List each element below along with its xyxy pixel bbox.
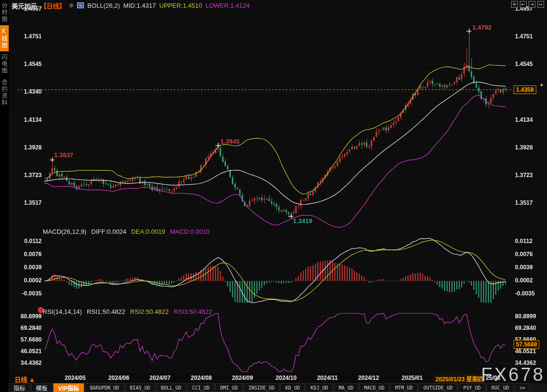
fx678-watermark: FX678 — [481, 364, 545, 385]
x-axis-row: 日线 ▲ 2025/01/23 星期四 2024/052024/062024/0… — [9, 373, 547, 383]
toolbar-tab-bias_ud[interactable]: BIAS_UD — [125, 383, 155, 392]
price-axis-tick-left: 1.4340 — [17, 88, 42, 95]
toolbar-tab-[interactable]: >> — [515, 383, 530, 392]
macd-name: MACD(26,12,9) — [43, 228, 86, 235]
boll-mid-value: MID:1.4317 — [123, 2, 156, 9]
rsi-axis-tick-left: 34.4362 — [17, 359, 42, 366]
trading-app-window: 分时图K线图闪电图合约资料 美元加元 【日线】 ⊕ ∿ BOLL(26,2) M… — [0, 0, 547, 392]
x-axis-label: 2024/06 — [108, 375, 129, 381]
macd-label-row: MACD(26,12,9) DIFF:0.0024 DEA:0.0019 MAC… — [43, 228, 209, 235]
price-axis-tick-left: 1.3517 — [17, 199, 42, 206]
rsi-axis-tick-right: 46.0521 — [515, 348, 536, 355]
rsi3-value: RSI3:50.4822 — [174, 308, 212, 315]
macd-axis-tick-right: 0.0112 — [515, 238, 532, 245]
toolbar-tab-kd_ud[interactable]: KD_UD — [280, 383, 305, 392]
macd-axis-tick-left: 0.0076 — [17, 251, 42, 258]
symbol-name: 美元加元 — [12, 1, 37, 10]
rsi1-value: RSI1:50.4822 — [87, 308, 126, 315]
price-axis-tick-right: 1.4134 — [515, 116, 533, 123]
current-rsi-box: 57.5688 — [514, 340, 539, 349]
period-label[interactable]: 【日线】 — [40, 1, 65, 10]
compress-left-icon[interactable]: ⇤ — [520, 1, 527, 8]
macd-axis-tick-left: 0.0002 — [17, 277, 42, 284]
rsi-axis-tick-left: 46.0521 — [17, 348, 42, 355]
price-axis-tick-left: 1.4751 — [17, 33, 42, 40]
rsi-axis-tick-left: 69.2840 — [17, 325, 42, 331]
compress-right-icon[interactable]: ⇥ — [529, 1, 535, 8]
macd-axis-tick-right: 0.0002 — [515, 277, 533, 284]
toolbar-tab-outside_ud[interactable]: OUTSIDE_UD — [418, 383, 457, 392]
pan-crosshair-icon[interactable]: ✛ — [511, 1, 518, 8]
rsi2-value: RSI2:50.4822 — [130, 308, 169, 315]
toolbar-tab-ma_ud[interactable]: MA_UD — [334, 383, 358, 392]
last-date-box: 2025/01/23 星期四 — [433, 374, 486, 384]
rsi-axis-tick-right: 80.8999 — [515, 313, 536, 320]
macd-axis-tick-left: -0.0035 — [17, 290, 42, 297]
shift-forward-icon[interactable]: ↦ — [537, 1, 544, 8]
price-axis-tick-right: 1.3517 — [515, 199, 533, 206]
chart-header: 美元加元 【日线】 ⊕ ∿ BOLL(26,2) MID:1.4317 UPPE… — [12, 1, 250, 10]
macd-macd-value: MACD:0.0010 — [170, 228, 210, 235]
rsi-label-row: RSI(14,14,14) RSI1:50.4822 RSI2:50.4822 … — [43, 308, 212, 315]
macd-dea-value: DEA:0.0019 — [131, 228, 165, 235]
macd-axis-tick-left: 0.0039 — [17, 264, 42, 271]
toolbar-tab-[interactable]: 指标 — [9, 383, 30, 392]
macd-axis-tick-right: -0.0035 — [515, 290, 535, 297]
chart-type-sidebar: 分时图K线图闪电图合约资料 — [0, 0, 9, 392]
price-axis-tick-right: 1.3723 — [515, 172, 533, 179]
price-annotation: 1.3945 — [220, 138, 240, 145]
rsi-axis-tick-left: 57.6680 — [17, 336, 42, 343]
price-axis-tick-right: 1.4751 — [515, 33, 533, 40]
macd-axis-tick-right: 0.0076 — [515, 251, 533, 258]
sidebar-item-tab2[interactable]: 闪电图 — [0, 51, 9, 77]
macd-diff-value: DIFF:0.0024 — [91, 228, 126, 235]
rsi-name: RSI(14,14,14) — [43, 308, 82, 315]
toolbar-tab-cci_ud[interactable]: CCI_UD — [187, 383, 214, 392]
price-axis-tick-left: 1.3723 — [17, 172, 42, 179]
rsi-axis-tick-left: 80.8999 — [17, 313, 42, 320]
price-annotation: 1.4792 — [472, 24, 492, 31]
price-up-arrow-icon: ▲ — [539, 82, 544, 87]
x-axis-label: 2024/12 — [358, 375, 379, 381]
toolbar-tab-roc_ud[interactable]: ROC_UD — [486, 383, 514, 392]
toolbar-tab-boll_ud[interactable]: BOLL_UD — [156, 383, 186, 392]
price-annotation: 1.3837 — [54, 151, 74, 159]
current-price-box: 1.4358 — [514, 85, 536, 94]
boll-label: BOLL(26,2) — [87, 2, 120, 9]
main-chart-canvas[interactable] — [0, 0, 547, 392]
rsi-axis-tick-right: 69.2840 — [515, 325, 536, 331]
price-axis-tick-left: 1.4134 — [17, 116, 42, 123]
x-axis-label: 2025/01 — [402, 375, 422, 381]
price-axis-tick-left: 1.4545 — [17, 61, 42, 67]
toolbar-tab-mtm_ud[interactable]: MTM_UD — [390, 383, 418, 392]
toolbar-tab-kdj_ud[interactable]: KDJ_UD — [306, 383, 333, 392]
toolbar-tab-barupdn_ud[interactable]: BARUPDN_UD — [85, 383, 124, 392]
price-annotation: 1.3419 — [293, 217, 312, 225]
boll-upper-value: UPPER:1.4510 — [160, 2, 202, 9]
toolbar-tab-vip[interactable]: VIP指标 — [53, 383, 84, 392]
price-axis-tick-right: 1.3928 — [515, 144, 533, 151]
toolbar-tab-macd_ud[interactable]: MACD_UD — [359, 383, 389, 392]
sidebar-item-tab0[interactable]: 分时图 — [0, 0, 9, 25]
x-axis-label: 2024/05 — [64, 375, 85, 381]
price-axis-tick-left: 1.3928 — [17, 144, 42, 151]
indicator-chart-icon[interactable]: ∿ — [77, 2, 84, 8]
x-axis-label: 2024/08 — [191, 375, 211, 381]
macd-axis-tick-right: 0.0039 — [515, 264, 533, 271]
indicator-toolbar: 指标模板VIP指标BARUPDN_UDBIAS_UDBOLL_UDCCI_UDD… — [9, 383, 547, 392]
boll-lower-value: LOWER:1.4124 — [206, 2, 250, 9]
toolbar-tab-inside_ud[interactable]: INSIDE_UD — [243, 383, 279, 392]
price-axis-tick-right: 1.4545 — [515, 61, 533, 67]
toolbar-tab-[interactable]: 模板 — [31, 383, 52, 392]
circle-plus-icon[interactable]: ⊕ — [69, 2, 74, 9]
timeframe-selector[interactable]: 日线 ▲ — [15, 375, 35, 384]
sidebar-item-tab3[interactable]: 合约资料 — [0, 77, 9, 109]
toolbar-tab-dmi_ud[interactable]: DMI_UD — [215, 383, 242, 392]
x-axis-label: 2024/11 — [317, 375, 338, 381]
x-axis-label: 2024/07 — [149, 375, 170, 381]
macd-axis-tick-left: 0.0112 — [17, 238, 42, 245]
x-axis-label: 2024/10 — [275, 375, 296, 381]
toolbar-tab-psy_ud[interactable]: PSY_UD — [458, 383, 485, 392]
chart-toolbar: ✛⇤⇥↦ — [511, 1, 544, 8]
sidebar-item-kline[interactable]: K线图 — [0, 25, 9, 51]
